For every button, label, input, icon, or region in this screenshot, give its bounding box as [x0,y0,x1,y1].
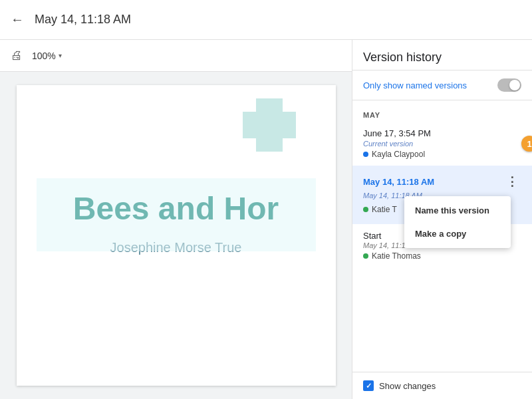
version-item-may14[interactable]: May 14, 11:18 AM ⋮ Name this version Mak… [352,166,532,224]
doc-toolbar: 🖨 100% ▾ [0,40,352,72]
toolbar: ← May 14, 11:18 AM [0,0,532,40]
version-date-may14: May 14, 11:18 AM [363,177,434,187]
version-date-june17: June 17, 3:54 PM [363,128,431,138]
context-menu: Name this version Make a copy [404,196,511,248]
version-filter: Only show named versions [352,70,532,100]
doc-content: Bees and Hor Josephine Morse True [0,72,352,399]
version-month-label: MAY [352,106,532,122]
version-footer: Show changes [352,372,532,399]
zoom-level: 100% [32,51,56,61]
user-dot-start [363,253,368,259]
step-bubble-1: 1 [521,136,532,152]
version-user-name-june17: Kayla Claypool [372,150,425,159]
doc-cross-decoration [256,98,283,152]
doc-title: May 14, 11:18 AM [35,13,131,27]
version-user-name-start: Katie Thomas [372,251,421,261]
filter-label-before: Only show [363,80,404,90]
doc-preview: 🖨 100% ▾ Bees and Hor Josephine Morse Tr… [0,40,352,399]
more-icon: ⋮ [506,174,518,189]
doc-highlight-box [37,178,316,251]
version-date-start: Start [363,231,381,241]
version-more-button[interactable]: ⋮ Name this version Make a copy [503,172,521,191]
user-dot-may14 [363,207,368,212]
version-list: MAY June 17, 3:54 PM 1 Current version K… [352,100,532,372]
zoom-arrow-icon: ▾ [59,52,62,59]
context-menu-name-version[interactable]: Name this version [404,199,511,222]
version-panel-title: Version history [352,40,532,70]
version-tag-current: Current version [363,140,521,148]
back-icon: ← [11,12,24,27]
show-changes-checkbox[interactable] [363,380,374,391]
version-user-june17: Kayla Claypool [363,150,521,159]
show-changes-label: Show changes [379,381,436,391]
version-filter-text: Only show named versions [363,80,467,90]
back-button[interactable]: ← [11,12,24,27]
named-versions-toggle[interactable] [497,78,521,92]
version-item-june17[interactable]: June 17, 3:54 PM 1 Current version Kayla… [352,122,532,166]
context-menu-make-copy[interactable]: Make a copy [404,222,511,245]
version-user-start: Katie Thomas [363,251,521,261]
version-item-may14-header: May 14, 11:18 AM ⋮ Name this version Mak… [363,172,521,191]
user-dot-june17 [363,152,368,157]
filter-label-link[interactable]: named versions [406,80,467,90]
version-user-name-may14: Katie T [372,205,397,214]
main-area: 🖨 100% ▾ Bees and Hor Josephine Morse Tr… [0,40,532,399]
version-item-june17-header: June 17, 3:54 PM 1 [363,128,521,138]
version-panel: Version history Only show named versions… [352,40,532,399]
doc-page: Bees and Hor Josephine Morse True [17,85,336,386]
zoom-selector[interactable]: 100% ▾ [28,48,66,64]
print-icon[interactable]: 🖨 [11,49,23,63]
